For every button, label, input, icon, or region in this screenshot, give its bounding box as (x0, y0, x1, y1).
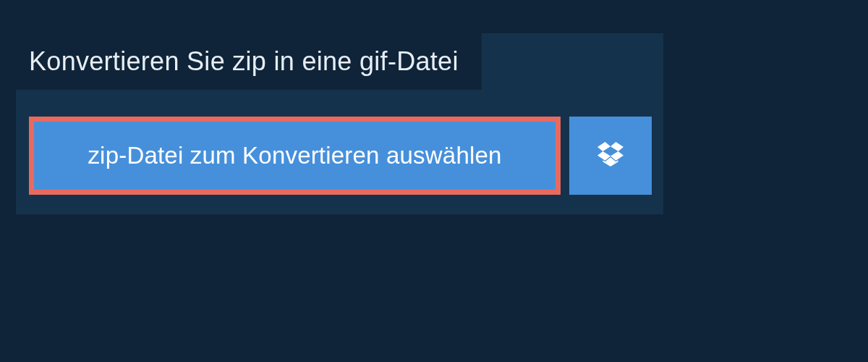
page-title: Konvertieren Sie zip in eine gif-Datei (29, 46, 459, 77)
title-container: Konvertieren Sie zip in eine gif-Datei (16, 33, 482, 90)
converter-panel: Konvertieren Sie zip in eine gif-Datei z… (16, 33, 663, 214)
dropbox-icon (597, 142, 624, 169)
dropbox-button[interactable] (569, 117, 652, 195)
button-row: zip-Datei zum Konvertieren auswählen (29, 117, 652, 195)
select-file-label: zip-Datei zum Konvertieren auswählen (88, 142, 501, 169)
select-file-button[interactable]: zip-Datei zum Konvertieren auswählen (29, 117, 561, 195)
